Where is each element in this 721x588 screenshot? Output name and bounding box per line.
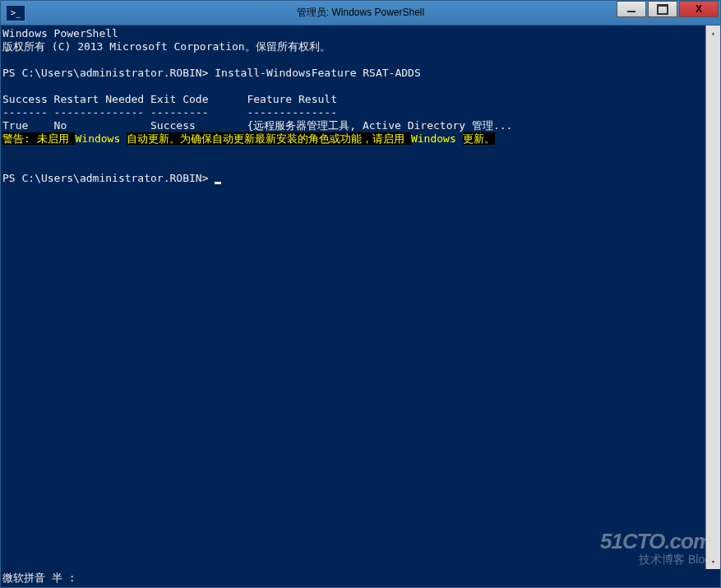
scrollbar[interactable]: ▴ ▾ [705,25,720,569]
prompt2: PS C:\Users\administrator.ROBIN> [2,172,215,184]
ime-status-bar: 微软拼音 半 : [1,569,720,587]
header-line1: Windows PowerShell [2,27,118,39]
cursor [215,182,221,184]
command1: Install-WindowsFeature RSAT-ADDS [215,67,420,79]
titlebar[interactable]: >_ 管理员: Windows PowerShell X [1,1,720,25]
maximize-button[interactable] [648,1,677,17]
warning-line: 警告: 未启用 Windows 自动更新。为确保自动更新最新安装的角色或功能，请… [2,132,495,145]
window-controls: X [617,1,720,19]
icon-glyph: >_ [11,8,21,17]
scroll-up-arrow[interactable]: ▴ [706,25,720,40]
close-button[interactable]: X [679,1,719,17]
prompt-line1: PS C:\Users\administrator.ROBIN> Install… [2,67,421,79]
table-header: Success Restart Needed Exit Code Feature… [2,93,337,105]
prompt1: PS C:\Users\administrator.ROBIN> [2,67,215,79]
powershell-window: >_ 管理员: Windows PowerShell X Windows Pow… [0,0,721,588]
terminal-container: Windows PowerShell 版权所有 (C) 2013 Microso… [1,25,720,569]
warning-word1: Windows [75,132,127,145]
powershell-icon: >_ [6,5,25,21]
warning-prefix: 警告: [2,132,37,145]
minimize-button[interactable] [617,1,646,17]
window-title: 管理员: Windows PowerShell [297,6,424,20]
prompt-line2: PS C:\Users\administrator.ROBIN> [2,172,221,184]
header-line2: 版权所有 (C) 2013 Microsoft Corporation。保留所有… [2,40,330,53]
table-divider: ------- -------------- --------- -------… [2,106,337,118]
warning-word2: Windows [411,132,463,145]
scroll-down-arrow[interactable]: ▾ [706,554,720,569]
ime-status-text: 微软拼音 半 : [2,571,75,586]
table-row: True No Success {远程服务器管理工具, Active Direc… [2,119,512,132]
warning-text1: 未启用 [37,132,76,145]
warning-text3: 更新。 [463,132,495,145]
terminal-output[interactable]: Windows PowerShell 版权所有 (C) 2013 Microso… [1,25,705,569]
scroll-track[interactable] [706,40,720,554]
warning-text2: 自动更新。为确保自动更新最新安装的角色或功能，请启用 [127,132,411,145]
